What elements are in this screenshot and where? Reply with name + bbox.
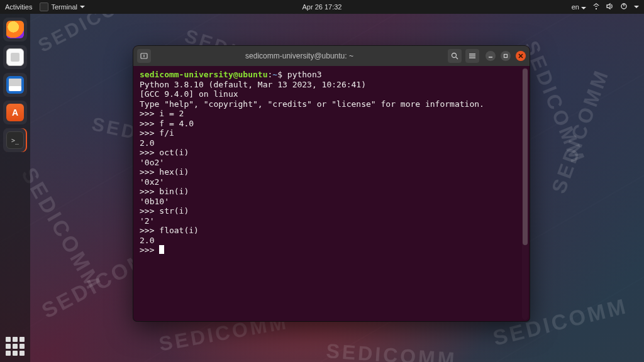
dock-item-software[interactable] bbox=[3, 101, 27, 124]
terminal-scrollbar[interactable] bbox=[522, 67, 528, 320]
minimize-icon bbox=[488, 53, 493, 58]
svg-rect-7 bbox=[504, 55, 508, 58]
maximize-button[interactable] bbox=[501, 51, 511, 61]
volume-icon[interactable] bbox=[606, 3, 614, 11]
prompt-userhost: sedicomm-university@ubuntu bbox=[140, 70, 268, 79]
language-indicator[interactable]: en bbox=[572, 3, 586, 11]
svg-point-4 bbox=[452, 53, 457, 58]
close-button[interactable] bbox=[516, 51, 526, 61]
clock[interactable]: Apr 26 17:32 bbox=[303, 3, 342, 11]
system-menu-chevron-icon[interactable] bbox=[634, 6, 639, 8]
typed-command: python3 bbox=[287, 70, 322, 79]
gnome-topbar: Activities Terminal Apr 26 17:32 en bbox=[0, 0, 644, 14]
app-menu-label: Terminal bbox=[51, 3, 77, 11]
minimize-button[interactable] bbox=[486, 51, 496, 61]
writer-icon bbox=[6, 76, 24, 94]
prompt-path: ~ bbox=[272, 70, 277, 79]
python-banner-1: Python 3.8.10 (default, Mar 13 2023, 10:… bbox=[140, 80, 366, 89]
dock-item-terminal[interactable] bbox=[3, 128, 27, 152]
search-icon bbox=[450, 52, 459, 60]
maximize-icon bbox=[503, 53, 508, 58]
python-banner-2: [GCC 9.4.0] on linux bbox=[140, 89, 238, 99]
dock-item-firefox[interactable] bbox=[3, 18, 27, 41]
new-tab-icon bbox=[140, 52, 148, 60]
hamburger-icon bbox=[468, 52, 477, 60]
hamburger-menu-button[interactable] bbox=[465, 49, 479, 63]
files-icon bbox=[6, 48, 24, 66]
terminal-icon bbox=[6, 131, 24, 149]
power-icon[interactable] bbox=[620, 3, 628, 11]
window-title: sedicomm-university@ubuntu: ~ bbox=[155, 52, 444, 60]
chevron-down-icon bbox=[80, 6, 85, 8]
dock-item-writer[interactable] bbox=[3, 73, 27, 97]
text-cursor bbox=[159, 245, 164, 254]
scrollbar-thumb[interactable] bbox=[523, 69, 528, 245]
new-tab-button[interactable] bbox=[137, 49, 151, 63]
app-menu[interactable]: Terminal bbox=[40, 3, 85, 11]
show-applications-button[interactable] bbox=[6, 337, 25, 356]
software-icon bbox=[6, 104, 24, 121]
launcher-dock bbox=[0, 14, 30, 362]
close-icon bbox=[518, 53, 523, 58]
window-titlebar[interactable]: sedicomm-university@ubuntu: ~ bbox=[133, 46, 530, 66]
terminal-window: sedicomm-university@ubuntu: ~ sedicomm-u… bbox=[133, 46, 530, 321]
firefox-icon bbox=[6, 21, 24, 38]
terminal-icon bbox=[40, 3, 48, 11]
svg-line-5 bbox=[456, 57, 458, 59]
terminal-viewport[interactable]: sedicomm-university@ubuntu:~$ python3 Py… bbox=[133, 66, 530, 321]
search-button[interactable] bbox=[448, 49, 462, 63]
activities-button[interactable]: Activities bbox=[5, 3, 32, 11]
network-icon[interactable] bbox=[592, 3, 600, 11]
dock-item-files[interactable] bbox=[3, 45, 27, 69]
python-banner-3: Type "help", "copyright", "credits" or "… bbox=[140, 99, 484, 109]
